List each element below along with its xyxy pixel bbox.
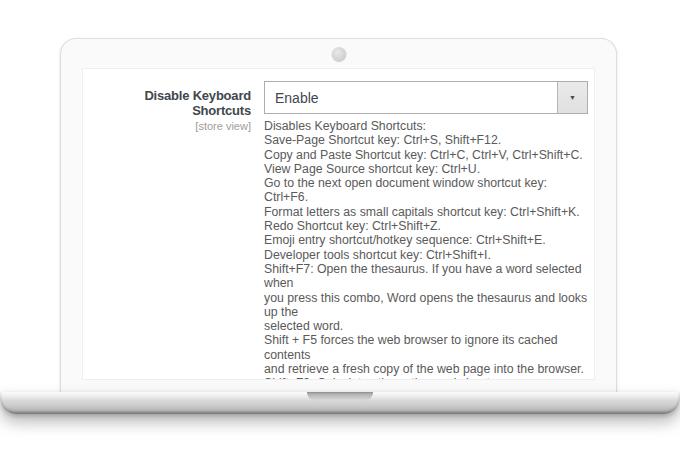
webcam-icon	[331, 47, 346, 62]
field-scope-note: [store view]	[83, 120, 251, 132]
screen-content: Disable Keyboard Shortcuts [store view] …	[82, 68, 595, 380]
field-label: Disable Keyboard Shortcuts	[83, 88, 251, 118]
field-help-text: Disables Keyboard Shortcuts: Save-Page S…	[264, 119, 590, 380]
laptop-base	[0, 392, 680, 414]
chevron-down-icon[interactable]: ▼	[557, 82, 587, 113]
disable-keyboard-shortcuts-select[interactable]: Enable ▼	[264, 81, 588, 114]
form-field-row: Disable Keyboard Shortcuts [store view] …	[83, 69, 594, 380]
page: Disable Keyboard Shortcuts [store view] …	[0, 0, 680, 450]
field-control-column: Enable ▼ Disables Keyboard Shortcuts: Sa…	[264, 81, 590, 380]
laptop-lid-notch	[307, 392, 373, 401]
select-selected-value: Enable	[265, 90, 319, 106]
laptop-frame: Disable Keyboard Shortcuts [store view] …	[60, 38, 617, 392]
field-label-column: Disable Keyboard Shortcuts [store view]	[83, 81, 251, 132]
